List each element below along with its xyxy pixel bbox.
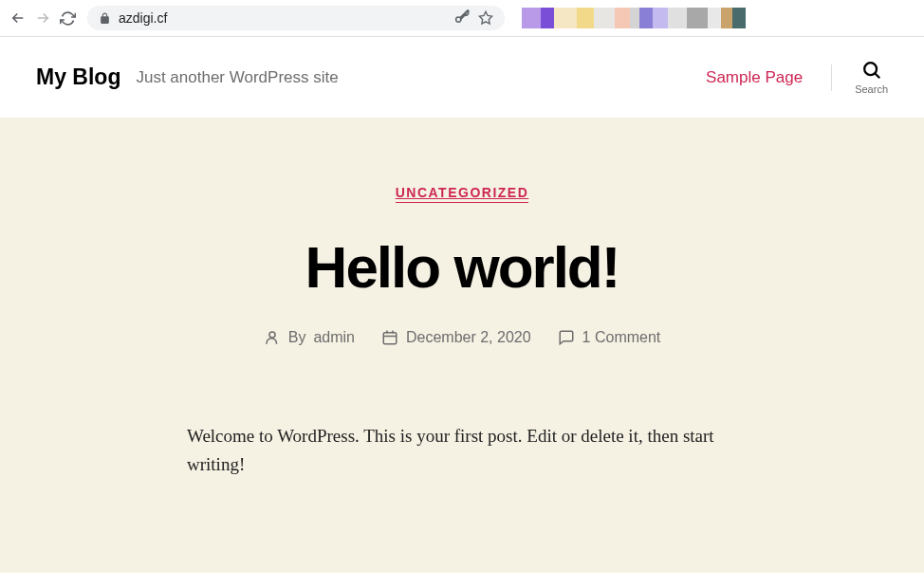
svg-rect-5 [383,333,397,344]
key-icon[interactable] [453,9,471,27]
site-title[interactable]: My Blog [36,64,120,90]
tab-thumbnail[interactable] [554,8,577,28]
tab-thumbnail[interactable] [721,8,732,28]
tab-thumbnail[interactable] [541,8,554,28]
tab-thumbnail[interactable] [708,8,721,28]
calendar-icon [381,329,398,346]
meta-comments: 1 Comment [558,329,661,346]
tab-strip [522,8,746,28]
tab-thumbnail[interactable] [687,8,708,28]
post: UNCATEGORIZED Hello world! By admin Dece… [111,184,813,480]
post-meta: By admin December 2, 2020 1 Comment [111,329,813,346]
back-button[interactable] [9,9,27,27]
post-title[interactable]: Hello world! [111,233,813,301]
category-link[interactable]: UNCATEGORIZED [396,185,529,203]
comments-link[interactable]: 1 Comment [582,329,661,346]
search-icon [861,60,882,81]
site-header: My Blog Just another WordPress site Samp… [0,37,924,118]
star-icon[interactable] [478,10,493,26]
forward-button[interactable] [34,9,51,27]
tab-thumbnail[interactable] [594,8,615,28]
browser-toolbar: azdigi.cf [0,0,924,37]
by-label: By [288,329,306,346]
tab-thumbnail[interactable] [522,8,541,28]
search-button[interactable]: Search [855,60,888,95]
tab-thumbnail[interactable] [668,8,687,28]
tab-thumbnail[interactable] [577,8,594,28]
tab-thumbnail[interactable] [615,8,630,28]
tab-thumbnail[interactable] [653,8,668,28]
reload-button[interactable] [59,9,76,27]
divider [831,64,832,91]
meta-date: December 2, 2020 [381,329,531,346]
tab-thumbnail[interactable] [732,8,746,28]
svg-line-3 [875,73,879,78]
lock-icon [99,12,111,25]
person-icon [264,329,281,346]
post-body: Welcome to WordPress. This is your first… [187,422,737,480]
content-area: UNCATEGORIZED Hello world! By admin Dece… [0,118,924,573]
svg-marker-1 [479,11,491,24]
site-tagline: Just another WordPress site [136,68,338,87]
svg-point-4 [269,332,275,338]
url-text: azdigi.cf [119,10,446,26]
nav-link-sample-page[interactable]: Sample Page [706,68,803,87]
tab-thumbnail[interactable] [630,8,639,28]
tab-thumbnail[interactable] [639,8,653,28]
address-bar[interactable]: azdigi.cf [87,6,505,30]
svg-point-2 [864,63,877,75]
search-label: Search [855,83,888,95]
date-link[interactable]: December 2, 2020 [406,329,531,346]
comment-icon [558,329,575,346]
meta-author: By admin [264,329,355,346]
author-link[interactable]: admin [313,329,355,346]
